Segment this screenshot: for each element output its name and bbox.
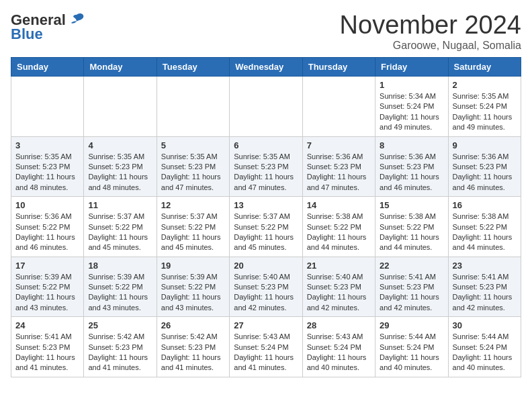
calendar-day-cell	[157, 77, 229, 137]
day-number: 20	[234, 261, 298, 271]
day-info: Sunrise: 5:44 AM Sunset: 5:24 PM Dayligh…	[380, 332, 443, 373]
calendar-day-cell: 22Sunrise: 5:41 AM Sunset: 5:23 PM Dayli…	[375, 257, 448, 317]
day-number: 1	[380, 80, 443, 90]
calendar-day-cell: 21Sunrise: 5:40 AM Sunset: 5:23 PM Dayli…	[302, 257, 375, 317]
day-number: 26	[161, 320, 225, 330]
day-number: 13	[234, 200, 298, 210]
calendar-day-cell: 6Sunrise: 5:35 AM Sunset: 5:23 PM Daylig…	[230, 136, 302, 197]
day-number: 18	[88, 261, 152, 271]
calendar-week-row: 17Sunrise: 5:39 AM Sunset: 5:22 PM Dayli…	[11, 257, 521, 317]
calendar-day-cell: 26Sunrise: 5:42 AM Sunset: 5:23 PM Dayli…	[157, 317, 229, 377]
day-number: 10	[15, 200, 79, 210]
day-number: 27	[234, 320, 298, 330]
day-number: 30	[453, 320, 517, 330]
day-info: Sunrise: 5:39 AM Sunset: 5:22 PM Dayligh…	[88, 272, 152, 314]
day-number: 15	[380, 200, 443, 210]
title-block: November 2024 Garoowe, Nugaal, Somalia	[340, 11, 521, 52]
calendar-header-row: SundayMondayTuesdayWednesdayThursdayFrid…	[11, 58, 521, 77]
day-info: Sunrise: 5:36 AM Sunset: 5:23 PM Dayligh…	[307, 152, 371, 193]
day-number: 25	[88, 320, 152, 330]
day-number: 4	[88, 140, 152, 150]
day-info: Sunrise: 5:37 AM Sunset: 5:22 PM Dayligh…	[161, 212, 225, 253]
day-info: Sunrise: 5:38 AM Sunset: 5:22 PM Dayligh…	[307, 212, 371, 253]
day-number: 5	[161, 140, 225, 150]
day-info: Sunrise: 5:34 AM Sunset: 5:24 PM Dayligh…	[380, 91, 443, 133]
day-number: 8	[380, 140, 443, 150]
day-number: 11	[88, 200, 152, 210]
day-info: Sunrise: 5:35 AM Sunset: 5:23 PM Dayligh…	[234, 152, 298, 193]
calendar-day-cell: 12Sunrise: 5:37 AM Sunset: 5:22 PM Dayli…	[157, 197, 229, 257]
day-info: Sunrise: 5:35 AM Sunset: 5:23 PM Dayligh…	[161, 152, 225, 193]
calendar-day-cell: 23Sunrise: 5:41 AM Sunset: 5:23 PM Dayli…	[448, 257, 521, 317]
calendar-day-cell	[230, 77, 302, 137]
calendar-day-cell	[11, 77, 84, 137]
day-info: Sunrise: 5:40 AM Sunset: 5:23 PM Dayligh…	[307, 272, 371, 314]
day-info: Sunrise: 5:36 AM Sunset: 5:22 PM Dayligh…	[15, 212, 79, 253]
day-info: Sunrise: 5:40 AM Sunset: 5:23 PM Dayligh…	[234, 272, 298, 314]
calendar-day-cell: 16Sunrise: 5:38 AM Sunset: 5:22 PM Dayli…	[448, 197, 521, 257]
calendar-day-cell: 15Sunrise: 5:38 AM Sunset: 5:22 PM Dayli…	[375, 197, 448, 257]
calendar-day-cell: 29Sunrise: 5:44 AM Sunset: 5:24 PM Dayli…	[375, 317, 448, 377]
calendar-header-cell: Wednesday	[230, 58, 302, 77]
day-info: Sunrise: 5:35 AM Sunset: 5:24 PM Dayligh…	[453, 91, 517, 133]
day-info: Sunrise: 5:37 AM Sunset: 5:22 PM Dayligh…	[234, 212, 298, 253]
calendar-week-row: 10Sunrise: 5:36 AM Sunset: 5:22 PM Dayli…	[11, 197, 521, 257]
calendar-day-cell: 27Sunrise: 5:43 AM Sunset: 5:24 PM Dayli…	[230, 317, 302, 377]
month-title: November 2024	[340, 11, 521, 40]
day-info: Sunrise: 5:41 AM Sunset: 5:23 PM Dayligh…	[453, 272, 517, 314]
day-info: Sunrise: 5:39 AM Sunset: 5:22 PM Dayligh…	[15, 272, 79, 314]
day-info: Sunrise: 5:39 AM Sunset: 5:22 PM Dayligh…	[161, 272, 225, 314]
calendar-day-cell: 5Sunrise: 5:35 AM Sunset: 5:23 PM Daylig…	[157, 136, 229, 197]
day-number: 29	[380, 320, 443, 330]
calendar-day-cell: 3Sunrise: 5:35 AM Sunset: 5:23 PM Daylig…	[11, 136, 84, 197]
calendar-day-cell: 24Sunrise: 5:41 AM Sunset: 5:23 PM Dayli…	[11, 317, 84, 377]
day-info: Sunrise: 5:36 AM Sunset: 5:23 PM Dayligh…	[453, 152, 517, 193]
day-number: 14	[307, 200, 371, 210]
day-number: 19	[161, 261, 225, 271]
calendar-week-row: 1Sunrise: 5:34 AM Sunset: 5:24 PM Daylig…	[11, 77, 521, 137]
day-info: Sunrise: 5:37 AM Sunset: 5:22 PM Dayligh…	[88, 212, 152, 253]
day-info: Sunrise: 5:36 AM Sunset: 5:23 PM Dayligh…	[380, 152, 443, 193]
calendar-day-cell: 19Sunrise: 5:39 AM Sunset: 5:22 PM Dayli…	[157, 257, 229, 317]
day-info: Sunrise: 5:41 AM Sunset: 5:23 PM Dayligh…	[380, 272, 443, 314]
calendar-header-cell: Thursday	[302, 58, 375, 77]
calendar-day-cell: 20Sunrise: 5:40 AM Sunset: 5:23 PM Dayli…	[230, 257, 302, 317]
day-number: 9	[453, 140, 517, 150]
calendar-day-cell: 18Sunrise: 5:39 AM Sunset: 5:22 PM Dayli…	[84, 257, 157, 317]
day-number: 23	[453, 261, 517, 271]
day-number: 21	[307, 261, 371, 271]
day-info: Sunrise: 5:38 AM Sunset: 5:22 PM Dayligh…	[380, 212, 443, 253]
day-number: 28	[307, 320, 371, 330]
calendar-day-cell: 28Sunrise: 5:43 AM Sunset: 5:24 PM Dayli…	[302, 317, 375, 377]
day-info: Sunrise: 5:38 AM Sunset: 5:22 PM Dayligh…	[453, 212, 517, 253]
day-number: 2	[453, 80, 517, 90]
day-info: Sunrise: 5:41 AM Sunset: 5:23 PM Dayligh…	[15, 332, 79, 373]
day-info: Sunrise: 5:42 AM Sunset: 5:23 PM Dayligh…	[161, 332, 225, 373]
day-info: Sunrise: 5:44 AM Sunset: 5:24 PM Dayligh…	[453, 332, 517, 373]
logo-bird-icon	[67, 11, 86, 30]
day-number: 12	[161, 200, 225, 210]
day-info: Sunrise: 5:35 AM Sunset: 5:23 PM Dayligh…	[15, 152, 79, 193]
day-info: Sunrise: 5:42 AM Sunset: 5:23 PM Dayligh…	[88, 332, 152, 373]
calendar-header-cell: Tuesday	[157, 58, 229, 77]
day-number: 16	[453, 200, 517, 210]
day-number: 3	[15, 140, 79, 150]
calendar-day-cell: 4Sunrise: 5:35 AM Sunset: 5:23 PM Daylig…	[84, 136, 157, 197]
day-number: 24	[15, 320, 79, 330]
page-header: General Blue November 2024 Garoowe, Nuga…	[11, 11, 521, 52]
calendar-day-cell: 13Sunrise: 5:37 AM Sunset: 5:22 PM Dayli…	[230, 197, 302, 257]
calendar-day-cell: 10Sunrise: 5:36 AM Sunset: 5:22 PM Dayli…	[11, 197, 84, 257]
calendar-header-cell: Sunday	[11, 58, 84, 77]
calendar-header-cell: Friday	[375, 58, 448, 77]
calendar-table: SundayMondayTuesdayWednesdayThursdayFrid…	[11, 57, 521, 377]
calendar-day-cell	[84, 77, 157, 137]
calendar-week-row: 3Sunrise: 5:35 AM Sunset: 5:23 PM Daylig…	[11, 136, 521, 197]
calendar-body: 1Sunrise: 5:34 AM Sunset: 5:24 PM Daylig…	[11, 77, 521, 377]
calendar-day-cell: 2Sunrise: 5:35 AM Sunset: 5:24 PM Daylig…	[448, 77, 521, 137]
calendar-day-cell: 25Sunrise: 5:42 AM Sunset: 5:23 PM Dayli…	[84, 317, 157, 377]
calendar-day-cell: 1Sunrise: 5:34 AM Sunset: 5:24 PM Daylig…	[375, 77, 448, 137]
calendar-day-cell: 9Sunrise: 5:36 AM Sunset: 5:23 PM Daylig…	[448, 136, 521, 197]
calendar-week-row: 24Sunrise: 5:41 AM Sunset: 5:23 PM Dayli…	[11, 317, 521, 377]
day-info: Sunrise: 5:43 AM Sunset: 5:24 PM Dayligh…	[234, 332, 298, 373]
day-info: Sunrise: 5:43 AM Sunset: 5:24 PM Dayligh…	[307, 332, 371, 373]
